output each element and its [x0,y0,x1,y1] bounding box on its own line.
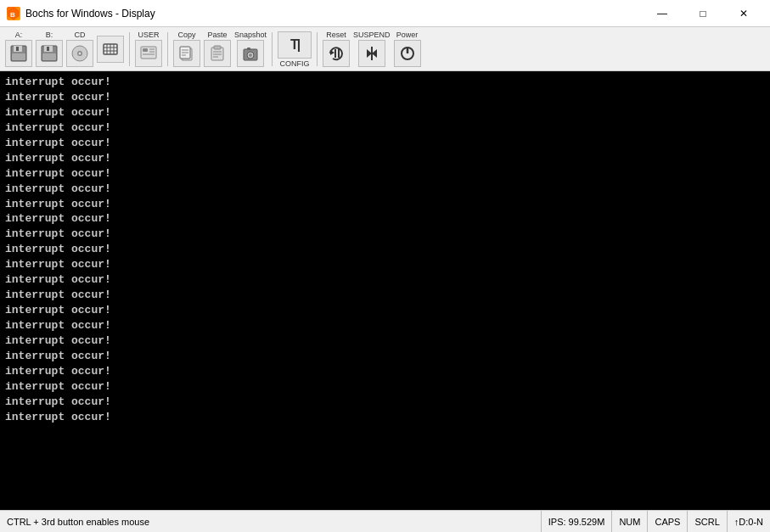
user-label: USER [138,31,159,39]
network-icon [101,40,120,59]
svg-point-12 [79,53,81,55]
power-icon [398,44,417,63]
suspend-label: SUSPEND [353,31,391,39]
svg-rect-8 [47,47,49,51]
minimize-button[interactable]: — [643,0,682,27]
title-text: Bochs for Windows - Display [25,8,155,20]
power-button[interactable] [394,40,421,67]
status-hint: CTRL + 3rd button enables mouse [0,511,542,532]
floppy-b-group: B: [36,31,63,67]
paste-label: Paste [207,31,227,39]
separator-3 [272,32,273,66]
svg-rect-20 [143,48,148,52]
toolbar: A: B: CD [0,27,770,71]
copy-group: Copy [173,31,200,67]
floppy-b-icon [40,44,59,63]
suspend-group: SUSPEND [353,31,391,67]
separator-1 [129,32,130,66]
paste-button[interactable] [204,40,231,67]
status-num: NUM [612,511,648,532]
paste-group: Paste [204,31,231,67]
config-sub-label: CONFIG [280,59,310,68]
user-icon [139,44,158,63]
floppy-a-button[interactable] [5,40,32,67]
svg-text:B: B [10,11,15,19]
svg-rect-9 [42,53,56,60]
snapshot-label: Snapshot [234,31,267,39]
cdrom-group: CD [66,31,93,67]
svg-rect-5 [12,53,25,60]
snapshot-button[interactable] [237,40,264,67]
reset-label: Reset [326,31,346,39]
copy-label: Copy [177,31,195,39]
reset-icon [327,44,346,63]
status-scrl: SCRL [688,511,727,532]
copy-button[interactable] [173,40,200,67]
paste-icon [208,44,227,63]
svg-rect-40 [338,49,340,58]
floppy-b-label: B: [46,31,53,39]
network-button[interactable] [97,36,124,63]
svg-rect-4 [16,47,19,51]
status-id: ↑D:0-N [728,511,770,532]
status-ips: IPS: 99.529M [542,511,613,532]
floppy-a-group: A: [5,31,32,67]
cdrom-icon [70,44,89,63]
title-bar: B Bochs for Windows - Display — □ ✕ [0,0,770,27]
svg-point-36 [249,53,252,57]
network-group [97,35,124,63]
snapshot-icon [241,44,260,63]
cdrom-button[interactable] [66,40,93,67]
floppy-a-label: A: [15,31,23,39]
maximize-button[interactable]: □ [683,0,722,27]
power-label: Power [396,31,419,39]
cdrom-label: CD [75,31,86,39]
separator-4 [317,32,318,66]
reset-button[interactable] [323,40,350,67]
svg-rect-39 [334,49,336,58]
suspend-icon [363,44,381,63]
svg-rect-37 [247,48,250,50]
status-bar: CTRL + 3rd button enables mouse IPS: 99.… [0,510,770,532]
floppy-a-icon [9,44,28,63]
window-controls: — □ ✕ [643,0,763,27]
status-caps: CAPS [648,511,688,532]
display-area: interrupt occur! interrupt occur! interr… [0,71,770,510]
user-button[interactable] [135,40,162,67]
config-button[interactable]: T| [278,31,312,59]
user-group: USER [135,31,162,67]
app-icon: B [7,7,20,20]
copy-icon [177,44,196,63]
power-group: Power [394,31,421,67]
close-button[interactable]: ✕ [724,0,763,27]
console-output: interrupt occur! interrupt occur! interr… [0,71,770,428]
title-left: B Bochs for Windows - Display [7,7,155,20]
floppy-b-button[interactable] [36,40,63,67]
snapshot-group: Snapshot [234,31,267,67]
svg-rect-30 [214,46,221,49]
separator-2 [167,32,168,66]
reset-group: Reset [323,31,350,67]
svg-marker-38 [330,50,334,55]
config-group: T| CONFIG [278,31,312,68]
suspend-button[interactable] [358,40,385,67]
